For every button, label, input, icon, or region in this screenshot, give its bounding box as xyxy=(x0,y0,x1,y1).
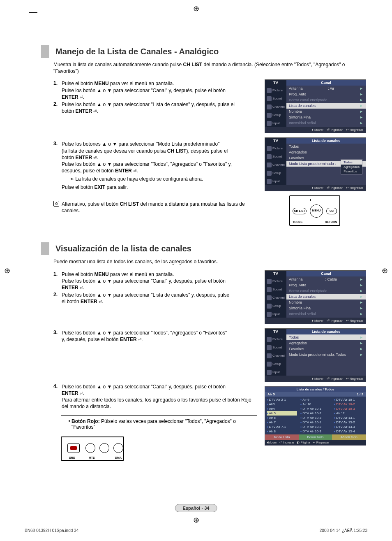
enter-icon: ⏎ xyxy=(138,337,141,342)
crop-mark-icon: ⊕ xyxy=(4,266,10,275)
step-body: Pulse los botón ▲ o ▼ para seleccionar "… xyxy=(62,292,257,305)
anadir-todo-button[interactable]: Añadir todo xyxy=(332,434,366,440)
remote-red-button[interactable] xyxy=(67,443,80,453)
tv-menu-canal-2: TVCanal Picture Sound Channel Setup Inpu… xyxy=(265,270,366,324)
section-title-2: Visualización de la lista de canales xyxy=(41,242,367,255)
enter-icon: ⏎ xyxy=(133,169,136,173)
ingresar-hint: ⏎ Ingresar xyxy=(327,128,343,132)
step-body: Pulse los botón ▲ o ▼ para seleccionar "… xyxy=(62,383,257,410)
remote-illustration-1: CH LIST MENU CC TOOLS RETURN xyxy=(289,195,340,226)
remote-label: DMA xyxy=(115,456,122,459)
enter-icon: ⏎ xyxy=(93,156,97,160)
ingresar-hint: ⏎ Ingresar xyxy=(279,441,295,444)
step-num: 3. xyxy=(53,330,62,335)
note-box: Botón Rojo: Púlselo varias veces para se… xyxy=(61,415,257,433)
remote-illustration-2: SRS MTS DMA xyxy=(61,437,124,461)
crop-mark-icon: ⊕ xyxy=(382,266,388,275)
step-body: Pulse el botón MENU para ver el menú en … xyxy=(62,271,257,291)
remote-label: SRS xyxy=(69,456,75,459)
enter-icon: ⏎ xyxy=(80,391,83,396)
mover-hint: ♦Mover xyxy=(267,441,277,444)
mover-hint: ♦ Mover xyxy=(312,128,324,132)
remote-circle-button[interactable] xyxy=(99,443,109,453)
step-num: 1. xyxy=(53,271,62,277)
remote-circle-button[interactable] xyxy=(85,443,95,453)
pagina-hint: ◐ Página xyxy=(297,441,310,444)
page-footer-pill: Español - 34 xyxy=(175,504,217,512)
step-body: Pulse el botón MENU para ver el menú en … xyxy=(62,80,257,100)
section-title-1: Manejo de la Lista de Canales - Analógic… xyxy=(41,45,367,58)
picture-icon xyxy=(267,88,272,93)
modo-lista-button[interactable]: Modo Lista xyxy=(265,434,299,440)
corner-crop-mark xyxy=(29,12,37,21)
crop-mark-icon: ⊕ xyxy=(193,4,199,13)
section1-intro: Muestra la lista de canales automaticame… xyxy=(53,61,367,74)
remote-label: MTS xyxy=(89,456,95,459)
remote-circle-button[interactable] xyxy=(113,443,123,453)
step-num: 2. xyxy=(53,292,62,297)
step-num: 4. xyxy=(53,383,62,389)
step-body: Pulse los botón ▲ o ▼ para seleccionar "… xyxy=(62,330,257,343)
print-filename: BN68-01392H-01Spa.indd 34 xyxy=(25,528,78,533)
channel-list-table: Lista de canales / Todos Air 51 / 2 DTV … xyxy=(265,386,366,446)
remote-menu-button[interactable]: MENU xyxy=(310,204,323,218)
sound-icon xyxy=(267,96,272,101)
mode-popup: Todos Agregados Favoritos xyxy=(341,159,362,174)
alt-step-body: Alternativo, pulse el botón CH LIST del … xyxy=(62,201,257,214)
channel-icon xyxy=(267,104,272,109)
remote-chlist-button[interactable]: CH LIST xyxy=(293,208,307,214)
enter-icon: ⏎ xyxy=(99,300,102,304)
setup-icon xyxy=(267,113,272,118)
section2-intro: Puede mostrar una lista de todos los can… xyxy=(53,258,367,265)
enter-icon: ⏎ xyxy=(80,95,83,100)
input-icon xyxy=(267,121,272,126)
tv-menu-lista-2: TVLista de canales Picture Sound Channel… xyxy=(265,328,366,382)
regresar-hint: ↩ Regresar xyxy=(313,441,329,444)
alt-step-icon: ⎙ xyxy=(53,201,62,207)
remote-return-label: RETURN xyxy=(325,221,337,223)
step-body: Pulse los botones ▲ o ▼ para seleccionar… xyxy=(62,141,257,190)
crop-mark-icon: ⊕ xyxy=(193,515,199,525)
step-body: Pulse los botón ▲ o ▼ para seleccionar "… xyxy=(62,101,257,114)
remote-tools-label: TOOLS xyxy=(293,221,302,223)
tv-menu-lista-1: TVLista de canales Picture Sound Channel… xyxy=(265,137,366,191)
arrow-note: La lista de canales que haya elegido se … xyxy=(70,176,257,182)
step-num: 1. xyxy=(53,80,62,86)
regresar-hint: ↩ Regresar xyxy=(346,128,363,132)
borrar-todo-button[interactable]: Borrar todo xyxy=(299,434,332,440)
remote-cc-button[interactable]: CC xyxy=(326,208,337,214)
step-num: 2. xyxy=(53,101,62,107)
enter-icon: ⏎ xyxy=(80,286,83,290)
print-timestamp: 2008-04-14 ¿ÀÈÄ 1:25:23 xyxy=(320,528,367,533)
tv-menu-canal-1: TVCanal Picture Sound Channel Setup Inpu… xyxy=(265,79,366,133)
enter-icon: ⏎ xyxy=(93,109,97,114)
step-num: 3. xyxy=(53,141,62,146)
